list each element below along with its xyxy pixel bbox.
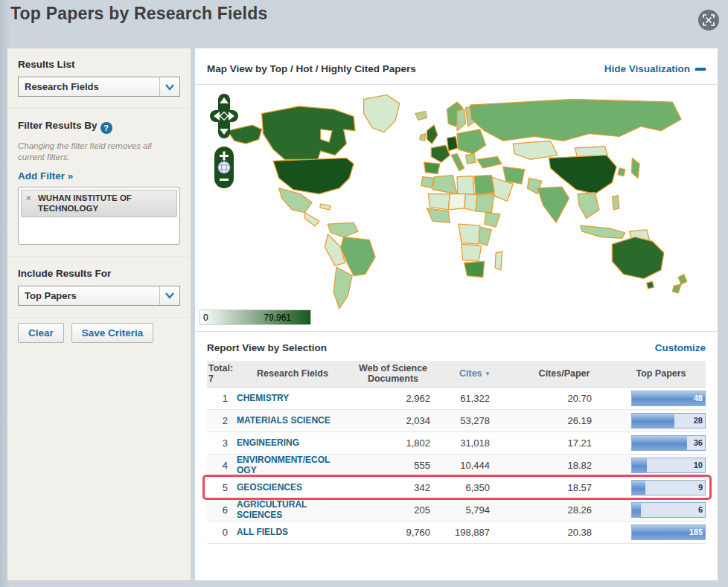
hide-visualization-link[interactable]: Hide Visualization	[604, 63, 706, 74]
country-germany	[447, 136, 457, 150]
country-brazil	[341, 237, 375, 276]
country-new-zealand	[672, 284, 681, 293]
top-papers-bar: 36	[631, 435, 706, 451]
map-color-scale-legend: 0 79,961	[199, 309, 311, 325]
table-row: 1 CHEMISTRY 2,962 61,322 20.70 48	[207, 388, 706, 410]
country-france	[431, 145, 450, 162]
column-header-cites[interactable]: Cites ▼	[438, 366, 512, 381]
chevron-down-icon[interactable]	[159, 77, 179, 96]
country-algeria	[432, 176, 457, 194]
table-row: 0 ALL FIELDS 9,760 198,887 20.38 185	[207, 522, 706, 544]
clear-button[interactable]: Clear	[18, 323, 64, 343]
cites-per-paper-cell: 18.57	[512, 482, 616, 493]
bar-value: 185	[689, 527, 703, 536]
hide-visualization-label: Hide Visualization	[604, 63, 690, 74]
country-italy	[451, 154, 464, 171]
field-link[interactable]: ENGINEERING	[237, 437, 333, 448]
column-header-wos-documents[interactable]: Web of Science Documents	[348, 361, 438, 387]
column-header-cites-per-paper[interactable]: Cites/Paper	[512, 366, 616, 381]
filter-chip[interactable]: × WUHAN INSTITUTE OF TECHNOLOGY	[21, 190, 177, 217]
remove-filter-icon[interactable]: ×	[26, 193, 31, 204]
column-header-top-papers[interactable]: Top Papers	[616, 366, 706, 381]
cites-cell: 53,278	[438, 415, 512, 426]
field-link[interactable]: ENVIRONMENT/ECOLOGY	[237, 455, 333, 476]
map-canvas: 0 79,961	[195, 85, 718, 332]
add-filter-link[interactable]: Add Filter »	[18, 170, 73, 182]
country-india	[537, 187, 569, 222]
rank-cell: 2	[207, 415, 237, 426]
country-argentina	[333, 267, 352, 309]
save-criteria-button[interactable]: Save Criteria	[71, 323, 154, 343]
country-canada	[262, 106, 355, 159]
include-results-section: Include Results For Top Papers	[7, 257, 191, 318]
country-spain	[424, 162, 440, 173]
country-madagascar	[495, 251, 502, 270]
country-russia	[470, 99, 681, 141]
filter-results-label: Filter Results By	[18, 120, 98, 131]
top-papers-bar: 185	[631, 525, 706, 540]
pan-compass-control[interactable]	[210, 94, 238, 138]
country-turkey	[477, 157, 502, 168]
criteria-buttons-section: Clear Save Criteria	[7, 318, 191, 355]
wos-docs-cell: 2,962	[348, 393, 438, 404]
total-label: Total:	[208, 363, 235, 373]
active-filters-box: × WUHAN INSTITUTE OF TECHNOLOGY	[18, 187, 180, 245]
total-count: Total: 7	[207, 361, 237, 387]
zoom-out-icon	[220, 179, 229, 181]
rank-cell: 3	[207, 437, 237, 449]
bar-value: 36	[694, 438, 703, 447]
top-papers-bar: 9	[631, 480, 706, 495]
column-header-research-fields[interactable]: Research Fields	[237, 366, 348, 381]
collapse-minus-icon	[695, 68, 706, 71]
top-papers-bar: 28	[631, 413, 706, 429]
rank-cell: 6	[207, 504, 237, 516]
globe-icon	[218, 161, 230, 173]
sort-desc-icon: ▼	[485, 371, 491, 377]
bar-fill	[632, 436, 687, 450]
rank-cell: 1	[207, 393, 237, 404]
report-table: Total: 7 Research Fields Web of Science …	[207, 361, 706, 544]
rank-cell: 0	[207, 527, 237, 538]
help-icon[interactable]: ?	[100, 122, 112, 134]
results-list-heading: Results List	[18, 59, 180, 70]
filter-results-heading: Filter Results By?	[18, 120, 180, 134]
filter-results-section: Filter Results By? Changing the filter f…	[7, 109, 191, 257]
include-results-heading: Include Results For	[18, 268, 180, 279]
country-uk	[427, 125, 437, 144]
cites-cell: 5,794	[438, 504, 512, 516]
cites-per-paper-cell: 20.70	[512, 393, 616, 404]
results-list-dropdown[interactable]: Research Fields	[18, 77, 180, 97]
bar-fill	[632, 458, 647, 472]
field-link[interactable]: CHEMISTRY	[237, 393, 333, 403]
world-map[interactable]	[213, 88, 701, 327]
field-link[interactable]: ALL FIELDS	[237, 527, 333, 537]
expand-button[interactable]	[698, 10, 719, 31]
main-panel: Map View by Top / Hot / Highly Cited Pap…	[195, 48, 718, 580]
report-view-title: Report View by Selection	[207, 342, 327, 353]
field-link[interactable]: MATERIALS SCIENCE	[237, 415, 333, 426]
map-view-title: Map View by Top / Hot / Highly Cited Pap…	[207, 63, 416, 74]
country-greenland	[364, 95, 400, 132]
include-results-selected-value: Top Papers	[19, 290, 159, 301]
cites-per-paper-cell: 17.21	[512, 437, 616, 449]
expand-icon	[703, 14, 715, 26]
chevron-down-icon[interactable]	[159, 286, 179, 305]
cites-per-paper-cell: 18.82	[512, 460, 616, 471]
bar-value: 10	[694, 461, 703, 469]
page-title: Top Papers by Research Fields	[10, 4, 718, 24]
field-link[interactable]: GEOSCIENCES	[237, 482, 333, 493]
include-results-dropdown[interactable]: Top Papers	[18, 286, 180, 306]
bar-value: 28	[694, 416, 703, 425]
country-australia	[612, 237, 663, 279]
table-row: 3 ENGINEERING 1,802 31,018 17.21 36	[207, 432, 706, 455]
report-view-header: Report View by Selection Customize	[195, 332, 718, 361]
zoom-control[interactable]	[214, 146, 234, 189]
cites-per-paper-cell: 20.38	[512, 527, 616, 538]
cites-cell: 10,444	[438, 460, 512, 471]
field-link[interactable]: AGRICULTURAL SCIENCES	[237, 499, 333, 521]
country-usa	[273, 158, 354, 193]
table-row: 2 MATERIALS SCIENCE 2,034 53,278 26.19 2…	[207, 410, 706, 432]
wos-docs-cell: 1,802	[348, 437, 438, 449]
customize-link[interactable]: Customize	[655, 342, 706, 353]
wos-docs-cell: 342	[348, 482, 438, 493]
